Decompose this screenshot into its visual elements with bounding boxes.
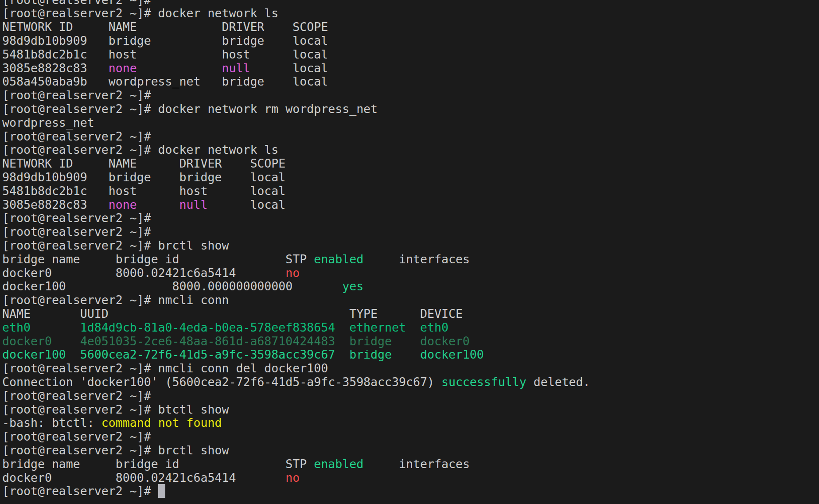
terminal-text: docker100 8000.000000000000 bbox=[2, 279, 342, 293]
terminal-text: interfaces bbox=[363, 457, 470, 471]
terminal-text: 98d9db10b909 bridge bridge local bbox=[2, 34, 328, 47]
terminal-text bbox=[137, 198, 179, 211]
terminal-text: Connection 'docker100' (5600cea2-72f6-41… bbox=[2, 375, 441, 389]
terminal-text: [root@realserver2 ~]# bbox=[2, 225, 151, 238]
terminal-line: wordpress_net bbox=[2, 116, 590, 130]
terminal-line: [root@realserver2 ~]# brctl show bbox=[2, 239, 590, 253]
terminal-line: -bash: btctl: command not found bbox=[2, 416, 590, 430]
terminal-text: [root@realserver2 ~]# btctl show bbox=[2, 402, 229, 416]
terminal-text: [root@realserver2 ~]# bbox=[2, 129, 151, 143]
terminal-line: 3085e8828c83 none null local bbox=[2, 198, 590, 212]
terminal-line: [root@realserver2 ~]# bbox=[2, 225, 590, 239]
terminal-text: [root@realserver2 ~]# docker network ls bbox=[2, 143, 278, 156]
terminal-line: 058a450aba9b wordpress_net bridge local bbox=[2, 75, 590, 89]
terminal-text: -bash: btctl: bbox=[2, 416, 101, 430]
terminal-line: Connection 'docker100' (5600cea2-72f6-41… bbox=[2, 375, 590, 389]
terminal-text: interfaces bbox=[363, 252, 470, 266]
terminal-text: [root@realserver2 ~]# bbox=[2, 430, 151, 443]
terminal-text: docker0 8000.02421c6a5414 bbox=[2, 471, 285, 484]
terminal-text bbox=[137, 61, 222, 75]
terminal-text: eth0 1d84d9cb-81a0-4eda-b0ea-578eef83865… bbox=[2, 320, 448, 334]
terminal-text: command not found bbox=[101, 416, 222, 430]
terminal-text: docker100 5600cea2-72f6-41d5-a9fc-3598ac… bbox=[2, 348, 484, 361]
terminal-line: [root@realserver2 ~]# bbox=[2, 0, 590, 7]
terminal-text: [root@realserver2 ~]# brctl show bbox=[2, 443, 229, 457]
terminal-text: [root@realserver2 ~]# nmcli conn bbox=[2, 293, 229, 307]
terminal-text: enabled bbox=[314, 457, 363, 471]
terminal-line: [root@realserver2 ~]# brctl show bbox=[2, 444, 590, 457]
terminal-screen[interactable]: [root@realserver2 ~]#[root@realserver2 ~… bbox=[0, 0, 819, 504]
terminal-text: none bbox=[109, 61, 137, 75]
terminal-text: [root@realserver2 ~]# bbox=[2, 88, 151, 102]
terminal-text: deleted. bbox=[526, 375, 590, 389]
terminal-text: [root@realserver2 ~]# bbox=[2, 0, 151, 7]
terminal-text: local bbox=[208, 198, 286, 211]
terminal-output: [root@realserver2 ~]#[root@realserver2 ~… bbox=[2, 0, 590, 498]
terminal-text: successfully bbox=[441, 375, 526, 389]
terminal-text: no bbox=[285, 266, 300, 280]
terminal-text: [root@realserver2 ~]# brctl show bbox=[2, 238, 229, 252]
terminal-line: docker0 8000.02421c6a5414 no bbox=[2, 266, 590, 280]
terminal-text: NETWORK ID NAME DRIVER SCOPE bbox=[2, 20, 328, 34]
terminal-text: 3085e8828c83 bbox=[2, 198, 109, 211]
terminal-line: [root@realserver2 ~]# docker network rm … bbox=[2, 102, 590, 116]
terminal-line: NAME UUID TYPE DEVICE bbox=[2, 307, 590, 321]
terminal-line: [root@realserver2 ~]# bbox=[2, 130, 590, 144]
terminal-line: [root@realserver2 ~]# docker network ls bbox=[2, 7, 590, 20]
terminal-text: 5481b8dc2b1c host host local bbox=[2, 184, 285, 198]
terminal-text: NAME UUID TYPE DEVICE bbox=[2, 307, 463, 320]
terminal-text: [root@realserver2 ~]# bbox=[2, 211, 151, 225]
terminal-text: NETWORK ID NAME DRIVER SCOPE bbox=[2, 156, 285, 170]
terminal-line: [root@realserver2 ~]# btctl show bbox=[2, 403, 590, 417]
terminal-line: [root@realserver2 ~]# nmcli conn del doc… bbox=[2, 362, 590, 375]
terminal-text: none bbox=[109, 198, 137, 211]
terminal-text: bridge name bridge id STP bbox=[2, 252, 314, 266]
terminal-text: docker0 8000.02421c6a5414 bbox=[2, 266, 285, 280]
terminal-line: [root@realserver2 ~]# nmcli conn bbox=[2, 293, 590, 307]
terminal-line: [root@realserver2 ~]# bbox=[2, 484, 590, 498]
terminal-text: wordpress_net bbox=[2, 116, 94, 129]
terminal-line: 98d9db10b909 bridge bridge local bbox=[2, 34, 590, 48]
terminal-cursor bbox=[158, 484, 165, 498]
terminal-line: [root@realserver2 ~]# docker network ls bbox=[2, 143, 590, 157]
terminal-line: docker100 5600cea2-72f6-41d5-a9fc-3598ac… bbox=[2, 348, 590, 362]
terminal-text: 5481b8dc2b1c host host local bbox=[2, 47, 328, 61]
terminal-text: no bbox=[285, 471, 300, 484]
terminal-line: [root@realserver2 ~]# bbox=[2, 89, 590, 102]
terminal-text: null bbox=[222, 61, 250, 75]
terminal-line: 3085e8828c83 none null local bbox=[2, 62, 590, 75]
terminal-line: [root@realserver2 ~]# bbox=[2, 430, 590, 444]
terminal-text: 98d9db10b909 bridge bridge local bbox=[2, 170, 285, 184]
terminal-line: docker100 8000.000000000000 yes bbox=[2, 280, 590, 293]
terminal-line: NETWORK ID NAME DRIVER SCOPE bbox=[2, 20, 590, 34]
terminal-text: 058a450aba9b wordpress_net bridge local bbox=[2, 74, 328, 88]
terminal-text: null bbox=[179, 198, 208, 211]
terminal-text: bridge name bridge id STP bbox=[2, 457, 314, 471]
terminal-text: [root@realserver2 ~]# docker network rm … bbox=[2, 102, 378, 116]
terminal-line: bridge name bridge id STP enabled interf… bbox=[2, 457, 590, 471]
terminal-line: [root@realserver2 ~]# bbox=[2, 211, 590, 225]
terminal-line: NETWORK ID NAME DRIVER SCOPE bbox=[2, 157, 590, 171]
terminal-line: 5481b8dc2b1c host host local bbox=[2, 48, 590, 62]
terminal-line: docker0 8000.02421c6a5414 no bbox=[2, 471, 590, 485]
terminal-text: docker0 4e051035-2ce6-48aa-861d-a6871042… bbox=[2, 334, 470, 348]
terminal-line: 5481b8dc2b1c host host local bbox=[2, 184, 590, 198]
terminal-line: docker0 4e051035-2ce6-48aa-861d-a6871042… bbox=[2, 335, 590, 348]
terminal-text: yes bbox=[342, 279, 363, 293]
terminal-line: bridge name bridge id STP enabled interf… bbox=[2, 253, 590, 266]
terminal-text: [root@realserver2 ~]# docker network ls bbox=[2, 6, 278, 20]
terminal-line: 98d9db10b909 bridge bridge local bbox=[2, 171, 590, 184]
terminal-text: [root@realserver2 ~]# nmcli conn del doc… bbox=[2, 361, 328, 375]
terminal-text: [root@realserver2 ~]# bbox=[2, 389, 151, 402]
terminal-text: 3085e8828c83 bbox=[2, 61, 109, 75]
terminal-text: local bbox=[250, 61, 328, 75]
terminal-text: [root@realserver2 ~]# bbox=[2, 484, 158, 498]
terminal-text: enabled bbox=[314, 252, 363, 266]
terminal-line: [root@realserver2 ~]# bbox=[2, 389, 590, 403]
terminal-line: eth0 1d84d9cb-81a0-4eda-b0ea-578eef83865… bbox=[2, 321, 590, 335]
